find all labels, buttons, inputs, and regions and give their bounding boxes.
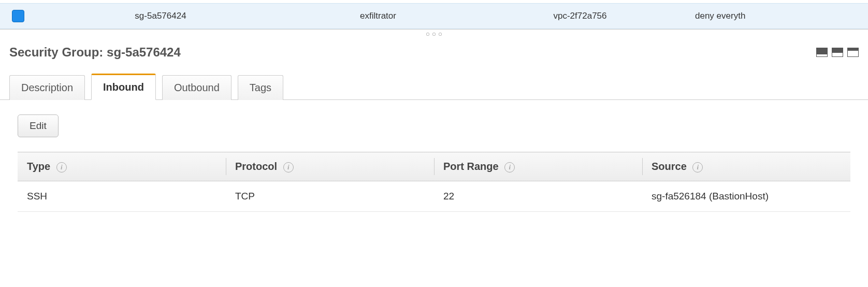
col-header-type: Type i [18,152,226,181]
title-prefix: Security Group: [9,45,107,59]
tab-inbound[interactable]: Inbound [91,74,156,100]
cell-source: sg-fa526184 (BastionHost) [642,181,850,212]
tab-description[interactable]: Description [9,75,85,100]
cell-protocol: TCP [226,181,434,212]
col-header-port-range: Port Range i [434,152,642,181]
col-header-protocol-label: Protocol [235,161,277,172]
layout-min-icon[interactable] [847,48,859,57]
col-header-port-range-label: Port Range [443,161,499,172]
info-icon[interactable]: i [56,162,67,173]
tab-outbound[interactable]: Outbound [162,75,232,100]
edit-button[interactable]: Edit [18,114,59,137]
grip-dot-icon [432,33,436,36]
security-group-list: sg-5a576424 exfiltrator vpc-2f72a756 den… [0,0,868,30]
info-icon[interactable]: i [692,162,703,173]
detail-header: Security Group: sg-5a576424 [0,39,868,64]
pane-splitter[interactable] [0,30,868,39]
cell-description: deny everyth [689,11,868,21]
layout-split-icon[interactable] [832,48,843,57]
cell-group-name: exfiltrator [285,11,471,21]
detail-tabs: Description Inbound Outbound Tags [0,64,868,100]
inbound-tab-content: Edit Type i Protocol i Port Range i Sour… [0,100,868,226]
grip-dot-icon [439,33,442,36]
layout-full-icon[interactable] [816,48,828,57]
grip-dot-icon [426,33,429,36]
cell-type: SSH [18,181,226,212]
table-row: SSH TCP 22 sg-fa526184 (BastionHost) [18,181,850,212]
col-header-source: Source i [642,152,850,181]
title-id: sg-5a576424 [107,45,181,59]
col-header-source-label: Source [652,161,687,172]
cell-group-id: sg-5a576424 [36,11,285,21]
col-header-type-label: Type [27,161,50,172]
info-icon[interactable]: i [504,162,515,173]
layout-switcher [816,48,859,57]
table-header-row: Type i Protocol i Port Range i Source i [18,152,850,181]
cell-vpc-id: vpc-2f72a756 [471,11,689,21]
info-icon[interactable]: i [283,162,294,173]
tab-tags[interactable]: Tags [238,75,283,100]
page-title: Security Group: sg-5a576424 [9,45,181,60]
row-checkbox-checked-icon[interactable] [12,10,24,22]
inbound-rules-table: Type i Protocol i Port Range i Source i [18,152,850,212]
table-row[interactable]: sg-5a576424 exfiltrator vpc-2f72a756 den… [0,3,868,29]
row-checkbox-cell [0,10,36,22]
cell-port-range: 22 [434,181,642,212]
col-header-protocol: Protocol i [226,152,434,181]
